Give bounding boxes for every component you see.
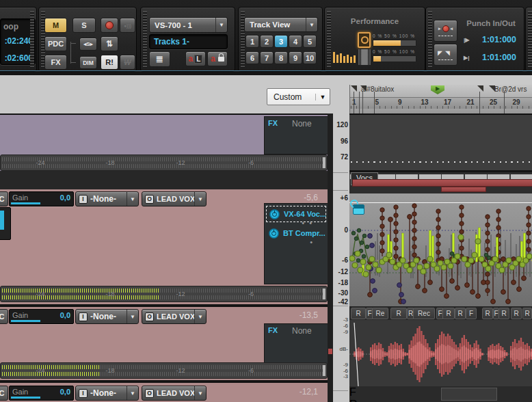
surface-preset-dropdown[interactable]: VS-700 - 1 ▼: [149, 17, 228, 33]
screen-button-7[interactable]: 7: [260, 51, 274, 64]
input-dropdown[interactable]: I -None- ▼: [75, 191, 139, 206]
clip-button-fragment[interactable]: C: [0, 191, 8, 206]
clip-tab[interactable]: R: [351, 308, 366, 319]
track-strip-2[interactable]: C Gain 0,0 I -None- ▼ O LEAD VOX ▼ -5,6 …: [0, 189, 328, 304]
clip-tab[interactable]: R: [522, 308, 532, 319]
dim-button[interactable]: DIM: [79, 56, 97, 69]
clip-tab[interactable]: Rec: [413, 308, 435, 319]
surface-lock-button[interactable]: a: [207, 51, 228, 66]
punch-record-button[interactable]: ▸◂: [434, 20, 457, 42]
pdc-bracket-arm: [70, 43, 76, 44]
scale-label: +6: [333, 194, 348, 202]
clip-tab[interactable]: R: [482, 308, 493, 319]
pdc-button[interactable]: PDC: [44, 36, 67, 51]
clip-name-row[interactable]: RFReRRRecFRRFRFRRR: [349, 306, 532, 320]
clip-tab[interactable]: R: [511, 308, 522, 319]
lock-icon[interactable]: [353, 204, 364, 215]
clip-tab[interactable]: F: [466, 308, 477, 319]
waveform-preview-button[interactable]: W: [120, 55, 135, 70]
screen-button-6[interactable]: 6: [245, 51, 259, 64]
module-grip[interactable]: [528, 11, 532, 68]
clip-tab[interactable]: R: [349, 399, 359, 402]
time-ruler[interactable]: 159131721252933 a/#8uitaloxBr@2d vrs▶: [349, 85, 532, 113]
gain-control[interactable]: Gain 0,0: [9, 191, 74, 206]
gain-control[interactable]: Gain 0,0: [9, 309, 74, 324]
loop-start-time[interactable]: :02:240: [5, 36, 33, 46]
marker-flag-icon[interactable]: [477, 85, 483, 92]
output-dropdown[interactable]: O LEAD VOX ▼: [142, 309, 207, 324]
fader-fragment[interactable]: [0, 207, 11, 240]
loop-end-time[interactable]: :02:600: [5, 53, 33, 63]
audio-lock-button[interactable]: a L: [185, 51, 206, 66]
beat-tick: [385, 106, 386, 109]
fx-bin-empty[interactable]: FX None: [264, 323, 328, 364]
disk-scale-labels: 0 % 50 % 100 %: [373, 34, 415, 38]
beat-tick: [442, 106, 443, 109]
clip-tab[interactable]: R: [498, 308, 509, 319]
marker-flag-icon[interactable]: [351, 85, 357, 92]
input-dropdown[interactable]: I -None- ▼: [75, 386, 139, 401]
sync-button[interactable]: ◂S▸: [79, 38, 97, 51]
screen-button-5[interactable]: 5: [303, 35, 317, 48]
beat-tick: [471, 106, 472, 109]
power-icon[interactable]: [269, 209, 280, 219]
module-grip[interactable]: [143, 11, 147, 68]
pitch-edit-pane[interactable]: [349, 193, 532, 306]
fx-plugin-name[interactable]: BT Compr...: [283, 229, 325, 237]
fx-bin[interactable]: VX-64 Voc...• •BT Compr...•: [264, 203, 328, 284]
view-selector-dropdown[interactable]: Track View ▼: [244, 17, 318, 32]
screen-button-3[interactable]: 3: [274, 35, 288, 48]
gain-control[interactable]: Gain 0,0: [9, 386, 74, 401]
marker-label[interactable]: a/#8uitalox: [361, 85, 394, 93]
screen-button-8[interactable]: 8: [274, 51, 288, 64]
track-strip-3[interactable]: C Gain 0,0 I -None- ▼ O LEAD VOX ▼ -13,5…: [0, 307, 328, 380]
punch-region-button[interactable]: ◤◥: [434, 44, 457, 66]
track-lane-vocs[interactable]: Vocs: [349, 172, 532, 193]
lens-dropdown[interactable]: Custom ▼: [267, 88, 330, 105]
screen-button-1[interactable]: 1: [245, 35, 259, 48]
screen-button-9[interactable]: 9: [289, 51, 302, 64]
record-arm-button[interactable]: [101, 18, 118, 33]
fx-item[interactable]: VX-64 Voc...• •: [266, 206, 326, 222]
replace-button[interactable]: R!: [101, 55, 118, 70]
track-strip-4[interactable]: C Gain 0,0 I -None- ▼ O LEAD VOX ▼ -12,1: [0, 383, 328, 402]
solo-button[interactable]: S: [72, 18, 96, 33]
clip-tab[interactable]: R: [455, 308, 466, 319]
clip-button-fragment[interactable]: C: [0, 309, 8, 324]
track-strip-1[interactable]: FX None -24-18-12-6: [0, 113, 328, 172]
clip-tab[interactable]: R: [442, 308, 455, 319]
vocs-clip-bar[interactable]: [352, 179, 532, 187]
module-grip[interactable]: [428, 11, 432, 68]
punch-out-time[interactable]: 1:01:000: [474, 53, 516, 62]
output-dropdown[interactable]: O LEAD VOX ▼: [142, 191, 207, 206]
mute-button[interactable]: M: [44, 18, 67, 33]
clip-tab[interactable]: R: [390, 308, 407, 319]
power-icon[interactable]: [269, 228, 279, 239]
module-grip[interactable]: [30, 11, 34, 68]
input-echo-button[interactable]: ●))): [120, 18, 135, 33]
clip-tab[interactable]: F: [349, 386, 355, 399]
clip-button-fragment[interactable]: C: [0, 386, 8, 401]
gain-label: Gain: [12, 311, 28, 319]
punch-in-time[interactable]: 1:01:000: [474, 35, 516, 44]
fx-bin-empty[interactable]: FX None: [264, 116, 328, 155]
fx-item[interactable]: BT Compr...•: [266, 226, 326, 241]
screen-button-10[interactable]: 10: [303, 51, 317, 64]
screen-button-4[interactable]: 4: [289, 35, 302, 48]
input-dropdown[interactable]: I -None- ▼: [75, 309, 139, 324]
waveform-pane[interactable]: [349, 320, 532, 386]
vocs-clip-bar-2[interactable]: [441, 187, 486, 192]
pane-splitter[interactable]: [328, 113, 333, 402]
output-dropdown[interactable]: O LEAD VOX ▼: [142, 386, 207, 401]
marker-label[interactable]: Br@2d vrs: [494, 85, 527, 93]
automation-button[interactable]: ⇅: [101, 36, 118, 51]
fx-plugin-name[interactable]: VX-64 Voc...: [284, 210, 326, 218]
tempo-pane[interactable]: [349, 113, 532, 174]
measure-number: 29: [513, 98, 520, 106]
track-manager-button[interactable]: ≣: [149, 51, 170, 67]
now-time-marker[interactable]: ▶: [431, 85, 444, 94]
clip-name-row-2[interactable]: FRRRe: [349, 386, 532, 402]
clip-tab[interactable]: Re: [372, 308, 388, 319]
fx-bypass-button[interactable]: FX: [44, 55, 67, 70]
screen-button-2[interactable]: 2: [260, 35, 274, 48]
